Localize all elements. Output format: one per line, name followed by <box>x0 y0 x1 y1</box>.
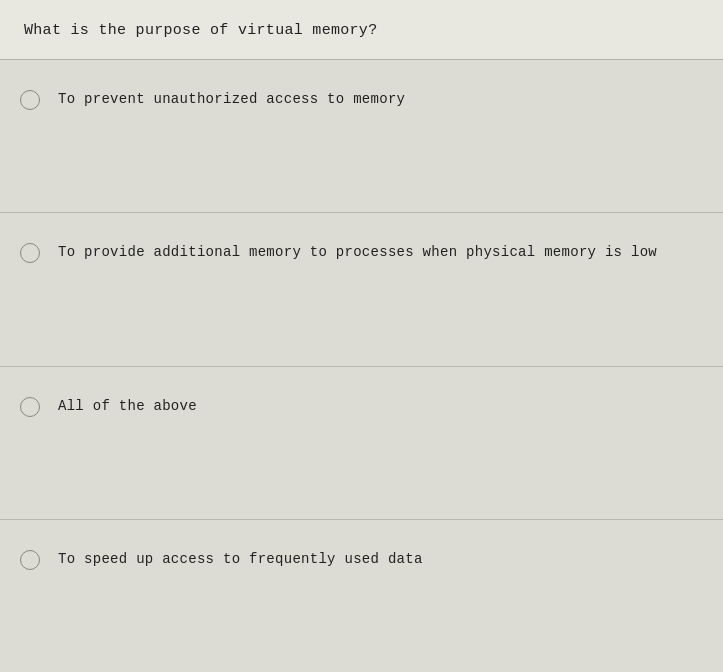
option-row-b[interactable]: To provide additional memory to processe… <box>0 213 723 366</box>
option-row-d[interactable]: To speed up access to frequently used da… <box>0 520 723 672</box>
option-label-d: To speed up access to frequently used da… <box>58 548 423 570</box>
question-section: What is the purpose of virtual memory? <box>0 0 723 60</box>
radio-b[interactable] <box>20 243 40 268</box>
quiz-page: What is the purpose of virtual memory? T… <box>0 0 723 672</box>
radio-circle-a <box>20 90 40 110</box>
radio-circle-c <box>20 397 40 417</box>
option-row-a[interactable]: To prevent unauthorized access to memory <box>0 60 723 213</box>
radio-c[interactable] <box>20 397 40 422</box>
question-text: What is the purpose of virtual memory? <box>24 22 377 39</box>
option-row-c[interactable]: All of the above <box>0 367 723 520</box>
option-label-b: To provide additional memory to processe… <box>58 241 657 263</box>
radio-circle-d <box>20 550 40 570</box>
option-label-a: To prevent unauthorized access to memory <box>58 88 405 110</box>
options-section: To prevent unauthorized access to memory… <box>0 60 723 672</box>
option-label-c: All of the above <box>58 395 197 417</box>
radio-a[interactable] <box>20 90 40 115</box>
radio-d[interactable] <box>20 550 40 575</box>
radio-circle-b <box>20 243 40 263</box>
